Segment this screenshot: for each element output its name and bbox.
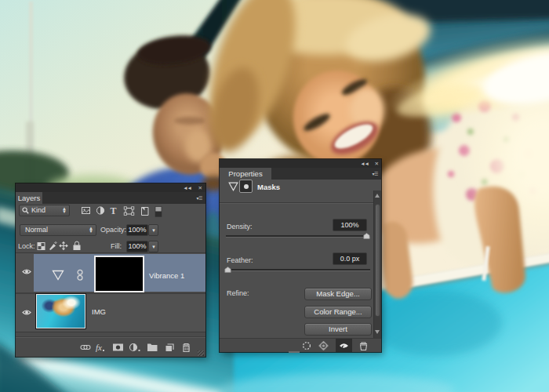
svg-text:T: T <box>111 206 117 216</box>
svg-text:fx: fx <box>96 343 102 352</box>
